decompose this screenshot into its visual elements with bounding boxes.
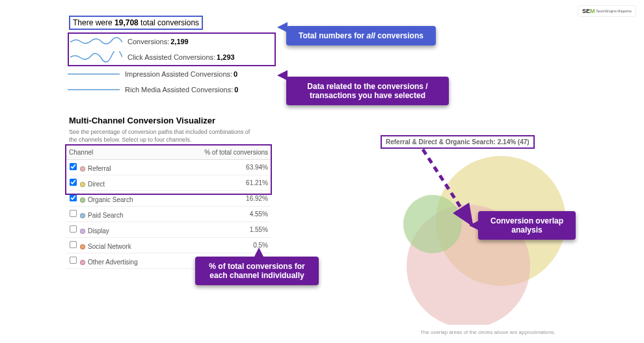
channel-checkbox[interactable] [70,225,77,233]
metrics-block: Conversions: 2,199 Click Assisted Conver… [68,32,276,97]
channel-checkbox[interactable] [70,241,77,248]
table-row[interactable]: Referral63.94% [66,160,271,175]
color-swatch-icon [80,244,85,249]
channel-pct: 61.21% [172,175,271,191]
sparkline-icon [68,84,120,95]
metric-value: 2,199 [170,38,189,45]
col-pct: % of total conversions [172,146,271,160]
channel-pct: 4.55% [172,207,271,222]
color-swatch-icon [80,182,85,187]
metric-conversions: Conversions: 2,199 [70,34,273,49]
channel-name: Paid Search [88,212,123,219]
callout-total-numbers: Total numbers for all conversions [286,26,436,45]
color-swatch-icon [80,166,85,172]
channel-table: Channel % of total conversions Referral6… [66,146,271,269]
color-swatch-icon [80,197,85,203]
table-row[interactable]: Organic Search16.92% [66,191,271,207]
channel-name: Display [88,227,109,235]
channel-name: Direct [88,181,105,188]
channel-checkbox[interactable] [70,179,77,186]
channel-checkbox[interactable] [70,257,77,264]
metric-value: 0 [234,70,237,78]
channel-checkbox[interactable] [70,194,77,201]
table-row[interactable]: Direct61.21% [66,175,271,191]
metric-rich-media-assisted: Rich Media Assisted Conversions: 0 [68,82,276,97]
metric-click-assisted: Click Assisted Conversions: 1,293 [70,49,273,65]
color-swatch-icon [80,260,85,265]
channel-pct: 1.55% [172,222,271,238]
svg-point-4 [403,195,462,253]
callout-pct-channel: % of total conversions for each channel … [195,257,319,285]
metric-value: 0 [234,86,238,94]
channel-pct: 63.94% [172,160,271,175]
sparkline-icon [70,51,122,63]
col-channel: Channel [66,146,172,160]
table-row[interactable]: Social Network0.5% [66,238,271,253]
channel-pct: 16.92% [172,191,271,207]
total-conversions: There were 19,708 total conversions [69,16,203,30]
callout-overlap-analysis: Conversion overlap analysis [478,211,576,240]
channel-name: Organic Search [88,196,133,203]
table-row[interactable]: Paid Search4.55% [66,207,271,222]
section-desc: See the percentage of conversion paths t… [69,129,258,144]
channel-name: Social Network [88,243,131,250]
callout-data-selected: Data related to the conversions / transa… [286,77,449,105]
venn-caption: The overlap areas of the circles above a… [364,329,611,335]
sparkline-icon [68,68,120,80]
metric-impression-assisted: Impression Assisted Conversions: 0 [68,66,276,82]
section-title: Multi-Channel Conversion Visualizer [69,116,215,125]
color-swatch-icon [80,213,85,218]
metric-value: 1,293 [217,53,235,61]
channel-checkbox[interactable] [70,163,77,170]
channel-checkbox[interactable] [70,210,77,217]
color-swatch-icon [80,229,85,234]
table-row[interactable]: Display1.55% [66,222,271,238]
sparkline-icon [70,36,122,47]
channel-name: Other Advertising [88,259,138,266]
venn-overlap-label: Referral & Direct & Organic Search: 2.14… [381,135,535,149]
sem-logo: SEMSearchEngine Magazine [578,5,636,17]
channel-name: Referral [88,165,111,172]
